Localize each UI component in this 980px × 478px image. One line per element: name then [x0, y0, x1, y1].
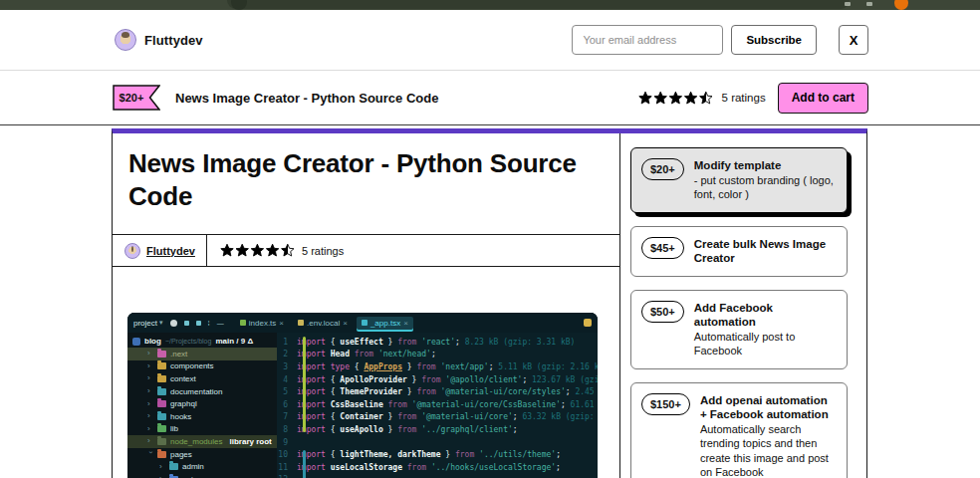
file-type-icon: [362, 320, 368, 326]
code-line: 9: [277, 436, 598, 449]
tab-close-icon: [279, 319, 284, 328]
tree-item: ›lib: [127, 423, 277, 436]
tree-item: ›hooks: [127, 410, 277, 423]
line-number: 2: [277, 350, 297, 358]
product-bar-title: News Image Creator - Python Source Code: [175, 91, 438, 106]
editor-topbar: project index.ts.env.local_app.tsx: [127, 313, 598, 333]
extension-icon[interactable]: [866, 2, 872, 6]
repo-name: blog: [144, 337, 161, 346]
code-editor-screenshot: project index.ts.env.local_app.tsx: [127, 313, 598, 478]
rating-cell: 5 ratings: [207, 235, 344, 266]
pricing-option[interactable]: $20+ Modify template - put custom brandi…: [630, 147, 848, 213]
pricing-option[interactable]: $150+ Add openai automation + Facebook a…: [630, 382, 848, 478]
code-panel: 1import { useEffect } from 'react'; 8.23…: [277, 333, 598, 478]
folder-icon: [157, 400, 166, 407]
tree-item: ›admin: [127, 460, 277, 473]
newsletter-form: Subscribe X: [572, 25, 868, 55]
chevron-icon: ›: [147, 387, 153, 395]
subscribe-button[interactable]: Subscribe: [731, 25, 817, 55]
code-line: 7import { Container } from '@material-ui…: [277, 411, 598, 424]
file-tree: blog ~/Projects/blog main / 9 Δ ›.next›c…: [127, 333, 277, 478]
pricing-option[interactable]: $50+ Add Facebook automation Automatical…: [630, 290, 848, 369]
line-number: 3: [277, 362, 297, 371]
chevron-icon: ›: [146, 451, 154, 457]
star-rating-icon: [220, 243, 296, 258]
editor-tabs: index.ts.env.local_app.tsx: [235, 317, 413, 330]
product-details-column: News Image Creator - Python Source Code …: [113, 133, 620, 478]
seller-link[interactable]: Fluttydev: [146, 245, 195, 257]
extension-icon[interactable]: [845, 2, 851, 6]
seller-avatar-icon: [124, 243, 140, 259]
editor-tab: _app.tsx: [357, 317, 413, 330]
panel-icon: [196, 321, 201, 326]
code-line: 12: [277, 474, 598, 478]
title-section: News Image Creator - Python Source Code: [113, 133, 619, 235]
code-line: 5import { ThemeProvider } from '@materia…: [277, 385, 598, 398]
browser-bar: [0, 0, 980, 10]
code-line: 6import CssBaseline from '@material-ui/c…: [277, 398, 598, 411]
folder-icon: [157, 413, 166, 420]
option-title: Add Facebook automation: [694, 301, 837, 330]
pricing-sidebar: $20+ Modify template - put custom brandi…: [621, 133, 866, 478]
seller-cell: Fluttydev: [113, 235, 207, 266]
line-number: 1: [277, 338, 297, 347]
project-dropdown: project: [133, 319, 163, 328]
tab-close-icon: [343, 319, 348, 328]
line-number: 11: [277, 463, 297, 472]
tree-item: ›graphql: [127, 397, 277, 410]
file-type-icon: [298, 320, 304, 326]
tab-label: _app.tsx: [370, 319, 400, 328]
code-line: 1import { useEffect } from 'react'; 8.23…: [277, 336, 598, 349]
folder-icon: [157, 388, 166, 395]
folder-icon: [157, 375, 166, 382]
repo-path: ~/Projects/blog: [165, 338, 212, 345]
chevron-icon: ›: [159, 463, 165, 471]
minimize-icon: [217, 319, 224, 328]
pricing-option[interactable]: $45+ Create bulk News Image Creator: [630, 226, 848, 277]
product-title: News Image Creator - Python Source Code: [128, 147, 604, 213]
more-icon: [208, 319, 210, 328]
chevron-icon: ›: [147, 400, 153, 408]
line-number: 7: [277, 412, 297, 421]
editor-tab: index.ts: [235, 317, 289, 330]
tree-item: ›documentation: [127, 385, 277, 398]
option-title: Create bulk News Image Creator: [694, 237, 837, 266]
panel-icon: [184, 321, 189, 326]
browser-profile-avatar[interactable]: [894, 0, 908, 10]
star-rating-icon: [638, 91, 714, 106]
folder-icon: [157, 351, 166, 358]
email-input[interactable]: [572, 25, 723, 55]
tree-item: ›components: [127, 360, 277, 373]
code-line: 8import { useApollo } from '../graphql/c…: [277, 423, 598, 436]
line-number: 9: [277, 438, 297, 447]
user-icon: [584, 319, 592, 327]
chevron-icon: ›: [147, 374, 153, 382]
option-title: Add openai automation + Facebook automat…: [700, 393, 837, 422]
brand-name: Fluttydev: [144, 33, 203, 48]
rating-count: 5 ratings: [722, 92, 766, 104]
product-container: News Image Creator - Python Source Code …: [112, 128, 867, 478]
folder-icon: [157, 425, 166, 432]
option-price-pill: $150+: [641, 393, 690, 415]
code-line: 2import Head from 'next/head';: [277, 349, 598, 361]
seller-row: Fluttydev: [113, 235, 619, 267]
option-title: Modify template: [694, 158, 837, 173]
branch-info: main / 9 Δ: [215, 337, 253, 346]
add-to-cart-button[interactable]: Add to cart: [778, 83, 868, 114]
chevron-icon: ›: [147, 412, 153, 420]
brand-logo[interactable]: Fluttydev: [115, 29, 203, 51]
tree-item: ›pages: [127, 448, 277, 461]
main-content: News Image Creator - Python Source Code …: [0, 125, 980, 478]
address-bar[interactable]: [227, 0, 850, 9]
code-line: 3import type { AppProps } from 'next/app…: [277, 360, 598, 373]
x-social-button[interactable]: X: [839, 25, 868, 55]
run-icon: [170, 320, 177, 327]
option-price-pill: $20+: [641, 158, 684, 180]
folder-icon: [157, 362, 166, 369]
line-number: 8: [277, 425, 297, 434]
line-number: 10: [277, 450, 297, 459]
line-number: 5: [277, 387, 297, 396]
editor-tab: .env.local: [293, 317, 353, 330]
option-price-pill: $50+: [641, 301, 684, 323]
product-bar: $20+ News Image Creator - Python Source …: [0, 71, 980, 125]
